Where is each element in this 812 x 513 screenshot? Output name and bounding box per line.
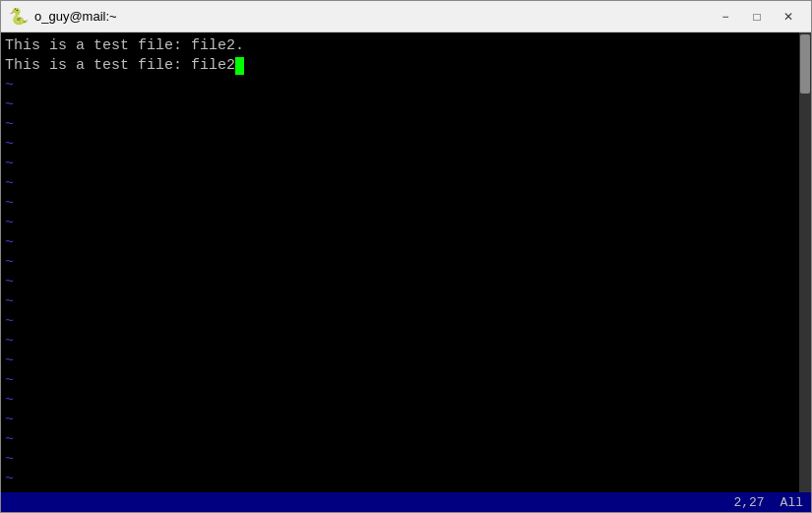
tilde-line: ~ [5, 273, 795, 292]
status-right: 2,27 All [733, 495, 803, 510]
status-bar: 2,27 All [1, 492, 811, 512]
tilde-line: ~ [5, 233, 795, 253]
scrollbar[interactable] [799, 32, 811, 492]
tilde-line: ~ [5, 115, 795, 135]
tilde-line: ~ [5, 450, 795, 470]
terminal-line-1: This is a test file: file2. [5, 36, 795, 56]
terminal-line-2: This is a test file: file2 [5, 56, 795, 76]
tilde-line: ~ [5, 174, 795, 194]
cursor [235, 57, 244, 75]
view-mode: All [781, 495, 803, 510]
tilde-line: ~ [5, 135, 795, 155]
minimize-button[interactable]: − [711, 7, 740, 27]
titlebar: 🐍 o_guy@mail:~ − □ ✕ [1, 1, 811, 32]
app-icon: 🐍 [9, 7, 29, 27]
close-button[interactable]: ✕ [774, 7, 803, 27]
tilde-line: ~ [5, 489, 795, 492]
tilde-line: ~ [5, 155, 795, 174]
cursor-position: 2,27 [733, 495, 764, 510]
tilde-lines: ~ ~ ~ ~ ~ ~ ~ ~ ~ ~ ~ ~ ~ ~ ~ ~ ~ ~ ~ ~ [5, 76, 795, 492]
tilde-line: ~ [5, 194, 795, 214]
terminal-area: This is a test file: file2. This is a te… [1, 32, 811, 492]
tilde-line: ~ [5, 391, 795, 411]
window-title: o_guy@mail:~ [34, 9, 711, 24]
window-controls: − □ ✕ [711, 7, 803, 27]
tilde-line: ~ [5, 371, 795, 391]
maximize-button[interactable]: □ [742, 7, 772, 27]
tilde-line: ~ [5, 214, 795, 233]
tilde-line: ~ [5, 253, 795, 273]
terminal-window: 🐍 o_guy@mail:~ − □ ✕ This is a test file… [0, 0, 812, 513]
tilde-line: ~ [5, 411, 795, 430]
tilde-line: ~ [5, 352, 795, 371]
tilde-line: ~ [5, 332, 795, 352]
scrollbar-thumb[interactable] [800, 34, 810, 94]
tilde-line: ~ [5, 312, 795, 332]
tilde-line: ~ [5, 430, 795, 450]
tilde-line: ~ [5, 470, 795, 489]
tilde-line: ~ [5, 76, 795, 96]
tilde-line: ~ [5, 96, 795, 115]
terminal-content[interactable]: This is a test file: file2. This is a te… [1, 32, 799, 492]
tilde-line: ~ [5, 292, 795, 312]
